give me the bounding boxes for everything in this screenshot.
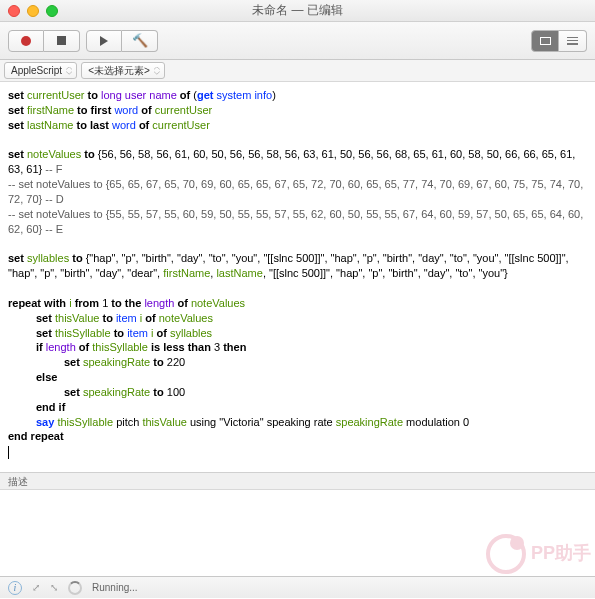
window-title: 未命名 — 已编辑 xyxy=(252,2,343,19)
view-mode-bounds[interactable] xyxy=(531,30,559,52)
close-button[interactable] xyxy=(8,5,20,17)
spinner-icon xyxy=(68,581,82,595)
info-icon[interactable]: i xyxy=(8,581,22,595)
minimize-button[interactable] xyxy=(27,5,39,17)
maximize-button[interactable] xyxy=(46,5,58,17)
window-titlebar: 未命名 — 已编辑 xyxy=(0,0,595,22)
status-bar: i ⤢ ⤡ Running... xyxy=(0,576,595,598)
lines-icon xyxy=(567,37,578,45)
watermark: PP助手 xyxy=(486,534,591,574)
description-area[interactable]: PP助手 xyxy=(0,490,595,576)
traffic-lights xyxy=(8,5,58,17)
status-text: Running... xyxy=(92,582,138,593)
language-dropdown[interactable]: AppleScript xyxy=(4,62,77,79)
text-cursor xyxy=(8,446,9,459)
script-editor[interactable]: set currentUser to long user name of (ge… xyxy=(0,82,595,472)
play-icon xyxy=(100,36,108,46)
view-mode-log[interactable] xyxy=(559,30,587,52)
record-icon xyxy=(21,36,31,46)
run-button[interactable] xyxy=(86,30,122,52)
toolbar: 🔨 xyxy=(0,22,595,60)
compile-button[interactable]: 🔨 xyxy=(122,30,158,52)
description-label: 描述 xyxy=(0,472,595,490)
accessory-icon-2[interactable]: ⤡ xyxy=(50,582,58,593)
hammer-icon: 🔨 xyxy=(132,33,148,48)
elements-dropdown[interactable]: <未选择元素> xyxy=(81,62,165,79)
record-button[interactable] xyxy=(8,30,44,52)
bounds-icon xyxy=(540,37,551,45)
stop-button[interactable] xyxy=(44,30,80,52)
stop-icon xyxy=(57,36,66,45)
language-bar: AppleScript <未选择元素> xyxy=(0,60,595,82)
accessory-icon[interactable]: ⤢ xyxy=(32,582,40,593)
